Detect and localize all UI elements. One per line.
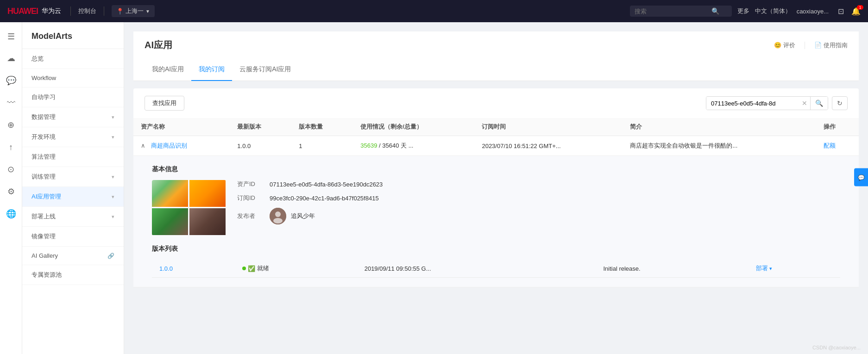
tab-my-ai-apps[interactable]: 我的AI应用 xyxy=(145,59,191,81)
asset-id-row: 资产ID 07113ee5-e0d5-4dfa-86d3-5ee190dc262… xyxy=(237,180,840,188)
language-selector[interactable]: 中文（简体） xyxy=(755,7,791,15)
sidebar-label-autolearn: 自动学习 xyxy=(31,93,56,101)
search-input[interactable] xyxy=(706,97,799,110)
sidebar-icon-puzzle[interactable]: ⊕ xyxy=(2,116,20,134)
col-operate: 操作 xyxy=(816,118,859,136)
search-button[interactable]: 🔍 xyxy=(810,97,828,110)
tab-my-subscriptions[interactable]: 我的订阅 xyxy=(191,59,232,81)
find-app-button[interactable]: 查找应用 xyxy=(145,96,184,111)
sidebar-item-autolearn[interactable]: 自动学习 xyxy=(22,87,124,107)
sidebar-icon-cloud[interactable]: ☁ xyxy=(2,49,20,68)
sidebar-icon-network[interactable]: ⊙ xyxy=(2,160,20,179)
sidebar-item-training[interactable]: 训练管理 ▾ xyxy=(22,167,124,187)
chevron-down-icon: ▾ xyxy=(112,214,114,220)
refresh-button[interactable]: ↻ xyxy=(832,96,848,110)
region-selector[interactable]: 📍 上海一 ▼ xyxy=(112,5,155,17)
global-search-bar[interactable]: 🔍 xyxy=(630,6,732,17)
monitor-icon[interactable]: ⊡ xyxy=(838,7,844,16)
status-badge: ✅ 就绪 xyxy=(242,264,350,273)
col-description: 简介 xyxy=(623,118,816,136)
cell-version-count: 1 xyxy=(291,136,353,156)
nav-divider-2 xyxy=(104,6,104,16)
notification-badge: 1 xyxy=(857,5,863,10)
region-arrow: ▼ xyxy=(145,9,150,14)
sidebar-icon-chart[interactable]: 〰 xyxy=(2,93,20,112)
tab-cloud-subscriptions[interactable]: 云服务订阅AI应用 xyxy=(232,59,298,81)
cell-time: 2023/07/10 16:51:22 GMT+... xyxy=(474,136,623,156)
guide-button[interactable]: 📄 使用指南 xyxy=(814,41,848,50)
sidebar-item-datamanage[interactable]: 数据管理 ▾ xyxy=(22,107,124,127)
version-operate: 部署 ▾ xyxy=(748,260,840,278)
brand-name: 华为云 xyxy=(42,7,61,15)
tabs-bar: 我的AI应用 我的订阅 云服务订阅AI应用 xyxy=(133,59,859,81)
hamburger-menu[interactable]: ☰ xyxy=(4,28,19,45)
cell-usage: 35639 / 35640 天 ... xyxy=(353,136,474,156)
global-search-input[interactable] xyxy=(635,8,709,15)
clear-icon[interactable]: ✕ xyxy=(799,99,810,107)
cell-name: ∧ 商超商品识别 xyxy=(133,136,230,156)
sidebar-icon-settings[interactable]: ⚙ xyxy=(2,182,20,201)
guide-label: 使用指南 xyxy=(824,41,848,50)
review-button[interactable]: 😊 评价 xyxy=(774,41,795,50)
version-link[interactable]: 1.0.0 xyxy=(159,265,173,272)
sidebar-label-deploy: 部署上线 xyxy=(31,212,56,221)
sidebar-icon-upload[interactable]: ↑ xyxy=(2,138,20,156)
right-panel-button[interactable]: 💬 xyxy=(854,168,868,186)
version-number: 1.0.0 xyxy=(152,260,235,278)
cell-operate: 配额 xyxy=(816,136,859,156)
bell-icon[interactable]: 🔔 1 xyxy=(851,7,861,16)
product-image-2 xyxy=(189,180,226,207)
publisher-info: 追风少年 xyxy=(270,208,315,224)
quota-link[interactable]: 配额 xyxy=(824,142,836,149)
col-version-count: 版本数量 xyxy=(291,118,353,136)
sidebar-item-deploy[interactable]: 部署上线 ▾ xyxy=(22,207,124,227)
control-panel-link[interactable]: 控制台 xyxy=(78,7,96,15)
deploy-button[interactable]: 部署 xyxy=(756,265,768,272)
col-asset-name: 资产名称 xyxy=(133,118,230,136)
col-subscribe-time: 订阅时间 xyxy=(474,118,623,136)
sidebar-icon-chat[interactable]: 💬 xyxy=(2,71,20,90)
search-right: ✕ 🔍 ↻ xyxy=(706,96,848,110)
user-name: caoxiaoye... xyxy=(797,8,829,15)
status-dot xyxy=(242,267,246,270)
basic-info-section: 基本信息 xyxy=(152,165,840,236)
search-icon[interactable]: 🔍 xyxy=(711,7,719,15)
expanded-row: 基本信息 xyxy=(133,156,859,287)
sidebar-item-overview[interactable]: 总览 xyxy=(22,49,124,69)
table-toolbar: 查找应用 ✕ 🔍 ↻ xyxy=(133,88,859,118)
sidebar-item-aigallery[interactable]: AI Gallery 🔗 xyxy=(22,247,124,265)
sidebar-label-image: 镜像管理 xyxy=(31,232,56,241)
more-menu[interactable]: 更多 xyxy=(737,7,749,15)
asset-id-label: 资产ID xyxy=(237,180,270,188)
version-list-title: 版本列表 xyxy=(152,245,840,253)
data-table: 资产名称 最新版本 版本数量 使用情况（剩余/总量） 订阅时间 简介 操作 ∧ … xyxy=(133,118,859,287)
sidebar-item-algorithm[interactable]: 算法管理 xyxy=(22,147,124,167)
search-input-wrap[interactable]: ✕ 🔍 xyxy=(706,96,828,110)
expand-button[interactable]: ∧ xyxy=(141,142,145,149)
usage-remaining: 35639 xyxy=(360,142,377,149)
sidebar-item-dedicated[interactable]: 专属资源池 xyxy=(22,265,124,285)
sidebar-label-devenv: 开发环境 xyxy=(31,133,56,141)
product-image-3 xyxy=(152,208,188,235)
col-usage: 使用情况（剩余/总量） xyxy=(353,118,474,136)
sidebar-item-workflow[interactable]: Workflow xyxy=(22,69,124,87)
nav-divider-1 xyxy=(70,6,71,16)
page-title: AI应用 xyxy=(145,39,172,51)
product-image-grid xyxy=(152,180,226,236)
logo-area: HUAWEI 华为云 xyxy=(7,6,63,16)
sidebar-item-devenv[interactable]: 开发环境 ▾ xyxy=(22,127,124,147)
sidebar-item-aimanage[interactable]: AI应用管理 ▾ xyxy=(22,187,124,207)
sidebar-icon-globe[interactable]: 🌐 xyxy=(2,205,20,223)
usage-total: / 35640 天 ... xyxy=(379,142,413,149)
main-layout: ☰ ☁ 💬 〰 ⊕ ↑ ⊙ ⚙ 🌐 ModelArts 总览 Workflow … xyxy=(0,22,868,354)
sidebar-item-image[interactable]: 镜像管理 xyxy=(22,227,124,247)
cell-version: 1.0.0 xyxy=(230,136,291,156)
deploy-arrow-icon[interactable]: ▾ xyxy=(769,266,772,271)
basic-info-layout: 资产ID 07113ee5-e0d5-4dfa-86d3-5ee190dc262… xyxy=(152,180,840,236)
version-notes: Initial release. xyxy=(596,260,748,278)
huawei-logo: HUAWEI xyxy=(7,6,38,16)
chevron-down-icon: ▾ xyxy=(112,194,114,200)
publisher-row: 发布者 xyxy=(237,208,840,224)
asset-name-link[interactable]: 商超商品识别 xyxy=(151,142,187,149)
page-actions: 😊 评价 📄 使用指南 xyxy=(774,41,848,50)
